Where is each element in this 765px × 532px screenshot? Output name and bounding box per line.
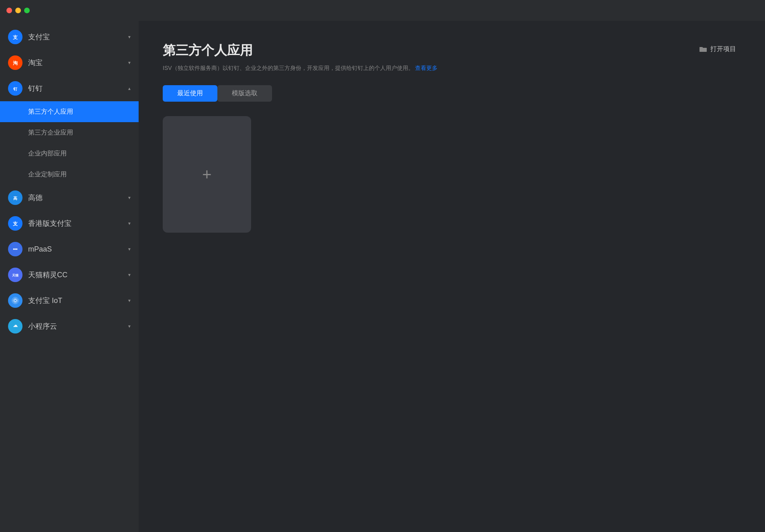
page-description: ISV（独立软件服务商）以钉钉、企业之外的第三方身份，开发应用，提供给钉钉上的个…	[163, 63, 438, 72]
svg-text:淘: 淘	[13, 60, 18, 66]
content-area: 第三方个人应用 ISV（独立软件服务商）以钉钉、企业之外的第三方身份，开发应用，…	[139, 21, 765, 532]
dingtalk-icon: 钉	[8, 81, 22, 96]
minimize-button[interactable]	[15, 8, 21, 13]
sidebar-label-mpaas: mPaaS	[28, 245, 125, 254]
sidebar-item-minicloud[interactable]: 小程序云 ▾	[0, 313, 139, 339]
iot-icon	[8, 293, 22, 308]
dingtalk-arrow-icon: ▴	[128, 86, 131, 91]
sidebar-subitem-internal[interactable]: 企业内部应用	[0, 143, 139, 164]
svg-text:天猫: 天猫	[12, 274, 19, 277]
svg-text:支: 支	[12, 35, 18, 40]
minicloud-arrow-icon: ▾	[128, 323, 131, 329]
sidebar-item-taobao[interactable]: 淘 淘宝 ▾	[0, 50, 139, 76]
sidebar-item-mpaas[interactable]: mPaaS ▾	[0, 236, 139, 262]
page-title: 第三方个人应用	[163, 42, 438, 59]
titlebar	[0, 0, 765, 21]
hk-alipay-icon: 支	[8, 216, 22, 231]
taobao-icon: 淘	[8, 55, 22, 70]
header-left: 第三方个人应用 ISV（独立软件服务商）以钉钉、企业之外的第三方身份，开发应用，…	[163, 42, 438, 72]
tab-template[interactable]: 模版选取	[217, 85, 272, 102]
sidebar-label-minicloud: 小程序云	[28, 321, 125, 331]
sidebar-item-iot[interactable]: 支付宝 IoT ▾	[0, 288, 139, 313]
tab-group: 最近使用 模版选取	[163, 85, 741, 102]
sidebar-subitem-custom[interactable]: 企业定制应用	[0, 164, 139, 185]
more-link[interactable]: 查看更多	[415, 65, 438, 71]
close-button[interactable]	[6, 8, 12, 13]
gaode-arrow-icon: ▾	[128, 195, 131, 201]
sidebar-item-alipay[interactable]: 支 支付宝 ▾	[0, 24, 139, 50]
sidebar-item-hk-alipay[interactable]: 支 香港版支付宝 ▾	[0, 211, 139, 236]
svg-text:钉: 钉	[13, 87, 18, 91]
svg-point-16	[12, 297, 19, 304]
mpaas-arrow-icon: ▾	[128, 246, 131, 252]
mpaas-icon	[8, 242, 22, 256]
sidebar-subitem-third-enterprise[interactable]: 第三方企业应用	[0, 122, 139, 143]
sidebar-item-dingtalk[interactable]: 钉 钉钉 ▴	[0, 76, 139, 101]
maximize-button[interactable]	[24, 8, 30, 13]
gaode-icon: 高	[8, 190, 22, 205]
plus-icon: +	[202, 166, 211, 182]
sidebar-item-gaode[interactable]: 高 高德 ▾	[0, 185, 139, 211]
main-layout: 支 支付宝 ▾ 淘 淘宝 ▾ 钉	[0, 21, 765, 532]
cards-grid: +	[163, 116, 741, 233]
taobao-arrow-icon: ▾	[128, 60, 131, 65]
folder-icon	[699, 46, 707, 53]
sidebar-subitem-third-personal[interactable]: 第三方个人应用	[0, 101, 139, 122]
svg-text:高: 高	[13, 196, 17, 201]
sidebar-label-tmcc: 天猫精灵CC	[28, 270, 125, 280]
traffic-lights	[6, 8, 30, 13]
sidebar-label-iot: 支付宝 IoT	[28, 296, 125, 305]
iot-arrow-icon: ▾	[128, 298, 131, 303]
open-project-button[interactable]: 打开项目	[694, 42, 741, 57]
alipay-icon: 支	[8, 30, 22, 44]
hk-alipay-arrow-icon: ▾	[128, 221, 131, 226]
tab-recent[interactable]: 最近使用	[163, 85, 217, 102]
sidebar: 支 支付宝 ▾ 淘 淘宝 ▾ 钉	[0, 21, 139, 532]
sidebar-label-gaode: 高德	[28, 193, 125, 203]
svg-point-12	[14, 248, 16, 250]
svg-point-11	[13, 248, 15, 250]
sidebar-item-tmcc[interactable]: 天猫 天猫精灵CC ▾	[0, 262, 139, 288]
create-app-card[interactable]: +	[163, 116, 251, 233]
tmcc-arrow-icon: ▾	[128, 272, 131, 278]
tmcc-icon: 天猫	[8, 268, 22, 282]
sidebar-label-taobao: 淘宝	[28, 58, 125, 68]
svg-text:支: 支	[12, 221, 18, 227]
svg-point-13	[16, 248, 18, 250]
content-header: 第三方个人应用 ISV（独立软件服务商）以钉钉、企业之外的第三方身份，开发应用，…	[163, 42, 741, 72]
sidebar-label-hk-alipay: 香港版支付宝	[28, 219, 125, 228]
sidebar-label-dingtalk: 钉钉	[28, 84, 125, 93]
minicloud-icon	[8, 319, 22, 334]
alipay-arrow-icon: ▾	[128, 34, 131, 40]
sidebar-label-alipay: 支付宝	[28, 32, 125, 42]
